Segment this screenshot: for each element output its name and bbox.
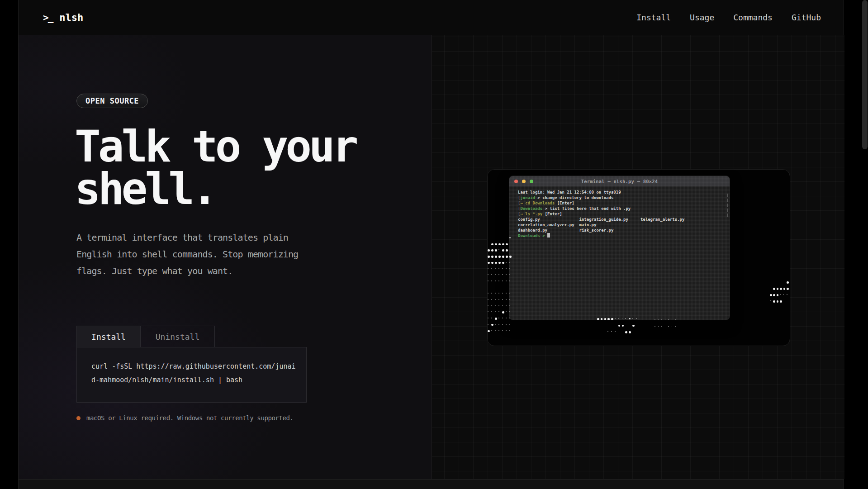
terminal-titlebar: Terminal — nlsh.py — 80×24 [509, 176, 730, 186]
page-scrollbar[interactable] [862, 0, 868, 489]
nav-link-github[interactable]: GitHub [792, 13, 821, 22]
terminal-scrollbar [727, 194, 729, 217]
main-container: >_ nlsh InstallUsageCommandsGitHub OPEN … [18, 0, 844, 489]
install-tabs: Install Uninstall [76, 326, 215, 347]
nav-link-install[interactable]: Install [636, 13, 671, 22]
terminal-bezel: Terminal — nlsh.py — 80×24 Last login: W… [487, 169, 790, 346]
install-command-code-block[interactable]: curl -fsSL https://raw.githubusercontent… [76, 347, 307, 403]
terminal-prompt-icon: >_ [43, 12, 52, 23]
logo-text: nlsh [59, 12, 83, 23]
warning-dot-icon [76, 416, 81, 420]
nav-link-usage[interactable]: Usage [690, 13, 714, 22]
logo[interactable]: >_ nlsh [43, 12, 83, 23]
tab-install[interactable]: Install [77, 326, 140, 347]
hero-section: OPEN SOURCE Talk to your shell. A termin… [19, 35, 844, 479]
hero-right: Terminal — nlsh.py — 80×24 Last login: W… [432, 35, 844, 479]
minimize-button-icon [522, 180, 526, 183]
hero-description: A terminal interface that translates pla… [76, 229, 298, 280]
platform-note: macOS or Linux required. Windows not cur… [76, 414, 294, 422]
scrollbar-thumb[interactable] [862, 0, 868, 149]
open-source-badge: OPEN SOURCE [76, 94, 148, 108]
terminal-title: Terminal — nlsh.py — 80×24 [509, 179, 730, 184]
close-button-icon [514, 180, 518, 183]
nav-links: InstallUsageCommandsGitHub [636, 13, 821, 22]
next-section-edge [19, 479, 844, 489]
tab-uninstall[interactable]: Uninstall [140, 326, 214, 347]
nav-link-commands[interactable]: Commands [733, 13, 773, 22]
page: >_ nlsh InstallUsageCommandsGitHub OPEN … [0, 0, 868, 489]
navbar: >_ nlsh InstallUsageCommandsGitHub [19, 0, 844, 35]
zoom-button-icon [530, 180, 533, 183]
terminal-output: Last login: Wed Jan 21 12:54:00 on ttys0… [509, 186, 730, 320]
window-controls [514, 176, 533, 186]
page-title: Talk to your shell. [75, 125, 356, 210]
terminal-window: Terminal — nlsh.py — 80×24 Last login: W… [509, 176, 730, 320]
hero-left: OPEN SOURCE Talk to your shell. A termin… [19, 35, 432, 479]
